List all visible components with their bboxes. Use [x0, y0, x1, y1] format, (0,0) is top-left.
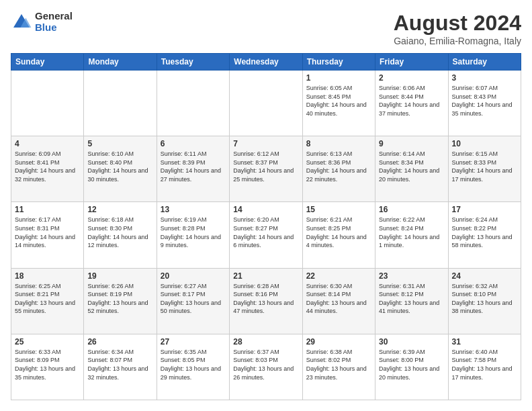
day-info: Sunrise: 6:19 AM Sunset: 8:28 PM Dayligh…: [161, 216, 226, 249]
day-number: 12: [87, 205, 152, 214]
day-cell: 22Sunrise: 6:30 AM Sunset: 8:14 PM Dayli…: [302, 268, 375, 334]
day-info: Sunrise: 6:13 AM Sunset: 8:36 PM Dayligh…: [306, 150, 371, 183]
week-row-4: 25Sunrise: 6:33 AM Sunset: 8:09 PM Dayli…: [11, 334, 521, 400]
day-number: 6: [161, 139, 226, 148]
day-info: Sunrise: 6:22 AM Sunset: 8:24 PM Dayligh…: [379, 216, 444, 249]
day-number: 18: [15, 271, 80, 281]
day-info: Sunrise: 6:10 AM Sunset: 8:40 PM Dayligh…: [87, 150, 152, 183]
week-row-2: 11Sunrise: 6:17 AM Sunset: 8:31 PM Dayli…: [11, 202, 521, 268]
day-cell: 8Sunrise: 6:13 AM Sunset: 8:36 PM Daylig…: [302, 136, 375, 202]
day-info: Sunrise: 6:40 AM Sunset: 7:58 PM Dayligh…: [452, 348, 517, 381]
header: General Blue August 2024 Gaiano, Emilia-…: [11, 11, 521, 46]
day-number: 8: [306, 139, 371, 148]
subtitle: Gaiano, Emilia-Romagna, Italy: [394, 36, 521, 46]
day-info: Sunrise: 6:33 AM Sunset: 8:09 PM Dayligh…: [15, 348, 80, 381]
day-number: 2: [379, 73, 444, 83]
day-number: 29: [306, 337, 371, 347]
day-info: Sunrise: 6:38 AM Sunset: 8:02 PM Dayligh…: [306, 348, 371, 381]
day-number: 14: [233, 205, 298, 214]
day-cell: 3Sunrise: 6:07 AM Sunset: 8:43 PM Daylig…: [448, 71, 521, 136]
day-info: Sunrise: 6:06 AM Sunset: 8:44 PM Dayligh…: [379, 84, 444, 118]
day-cell: [11, 71, 84, 136]
day-info: Sunrise: 6:31 AM Sunset: 8:12 PM Dayligh…: [379, 282, 444, 316]
day-cell: 31Sunrise: 6:40 AM Sunset: 7:58 PM Dayli…: [448, 334, 521, 400]
day-info: Sunrise: 6:34 AM Sunset: 8:07 PM Dayligh…: [87, 348, 152, 381]
day-number: 31: [452, 337, 517, 347]
day-cell: 21Sunrise: 6:28 AM Sunset: 8:16 PM Dayli…: [230, 268, 302, 334]
day-number: 9: [379, 139, 444, 148]
day-cell: 2Sunrise: 6:06 AM Sunset: 8:44 PM Daylig…: [375, 71, 448, 136]
day-number: 4: [15, 139, 80, 148]
day-info: Sunrise: 6:35 AM Sunset: 8:05 PM Dayligh…: [161, 348, 226, 381]
day-info: Sunrise: 6:25 AM Sunset: 8:21 PM Dayligh…: [15, 282, 80, 316]
day-cell: 13Sunrise: 6:19 AM Sunset: 8:28 PM Dayli…: [157, 202, 229, 268]
main-title: August 2024: [394, 11, 521, 36]
logo-blue: Blue: [35, 22, 73, 34]
day-info: Sunrise: 6:28 AM Sunset: 8:16 PM Dayligh…: [233, 282, 298, 316]
day-info: Sunrise: 6:37 AM Sunset: 8:03 PM Dayligh…: [233, 348, 298, 381]
page: General Blue August 2024 Gaiano, Emilia-…: [0, 0, 532, 411]
day-cell: 5Sunrise: 6:10 AM Sunset: 8:40 PM Daylig…: [84, 136, 157, 202]
day-info: Sunrise: 6:11 AM Sunset: 8:39 PM Dayligh…: [161, 150, 226, 183]
day-number: 28: [233, 337, 298, 347]
day-info: Sunrise: 6:21 AM Sunset: 8:25 PM Dayligh…: [306, 216, 371, 249]
day-cell: 4Sunrise: 6:09 AM Sunset: 8:41 PM Daylig…: [11, 136, 84, 202]
day-cell: 28Sunrise: 6:37 AM Sunset: 8:03 PM Dayli…: [230, 334, 302, 400]
day-cell: 23Sunrise: 6:31 AM Sunset: 8:12 PM Dayli…: [375, 268, 448, 334]
header-sunday: Sunday: [11, 54, 84, 71]
day-cell: 7Sunrise: 6:12 AM Sunset: 8:37 PM Daylig…: [230, 136, 302, 202]
day-cell: 15Sunrise: 6:21 AM Sunset: 8:25 PM Dayli…: [302, 202, 375, 268]
day-number: 1: [306, 73, 371, 83]
day-number: 16: [379, 205, 444, 214]
day-info: Sunrise: 6:17 AM Sunset: 8:31 PM Dayligh…: [15, 216, 80, 249]
day-number: 21: [233, 271, 298, 281]
day-cell: 18Sunrise: 6:25 AM Sunset: 8:21 PM Dayli…: [11, 268, 84, 334]
day-info: Sunrise: 6:05 AM Sunset: 8:45 PM Dayligh…: [306, 84, 371, 118]
day-info: Sunrise: 6:09 AM Sunset: 8:41 PM Dayligh…: [15, 150, 80, 183]
header-tuesday: Tuesday: [157, 54, 229, 71]
title-section: August 2024 Gaiano, Emilia-Romagna, Ital…: [394, 11, 521, 46]
day-number: 15: [306, 205, 371, 214]
day-cell: 24Sunrise: 6:32 AM Sunset: 8:10 PM Dayli…: [448, 268, 521, 334]
day-cell: 10Sunrise: 6:15 AM Sunset: 8:33 PM Dayli…: [448, 136, 521, 202]
day-number: 24: [452, 271, 517, 281]
day-number: 7: [233, 139, 298, 148]
day-info: Sunrise: 6:14 AM Sunset: 8:34 PM Dayligh…: [379, 150, 444, 183]
logo-text: General Blue: [35, 11, 73, 33]
day-cell: [84, 71, 157, 136]
day-info: Sunrise: 6:26 AM Sunset: 8:19 PM Dayligh…: [87, 282, 152, 316]
day-number: 11: [15, 205, 80, 214]
day-info: Sunrise: 6:12 AM Sunset: 8:37 PM Dayligh…: [233, 150, 298, 183]
day-info: Sunrise: 6:24 AM Sunset: 8:22 PM Dayligh…: [452, 216, 517, 249]
header-friday: Friday: [375, 54, 448, 71]
day-cell: 11Sunrise: 6:17 AM Sunset: 8:31 PM Dayli…: [11, 202, 84, 268]
logo: General Blue: [11, 11, 73, 33]
day-info: Sunrise: 6:39 AM Sunset: 8:00 PM Dayligh…: [379, 348, 444, 381]
day-cell: 26Sunrise: 6:34 AM Sunset: 8:07 PM Dayli…: [84, 334, 157, 400]
weekday-header-row: Sunday Monday Tuesday Wednesday Thursday…: [11, 54, 521, 71]
day-cell: 6Sunrise: 6:11 AM Sunset: 8:39 PM Daylig…: [157, 136, 229, 202]
day-number: 26: [87, 337, 152, 347]
day-info: Sunrise: 6:20 AM Sunset: 8:27 PM Dayligh…: [233, 216, 298, 249]
day-number: 22: [306, 271, 371, 281]
week-row-0: 1Sunrise: 6:05 AM Sunset: 8:45 PM Daylig…: [11, 71, 521, 136]
week-row-1: 4Sunrise: 6:09 AM Sunset: 8:41 PM Daylig…: [11, 136, 521, 202]
day-info: Sunrise: 6:18 AM Sunset: 8:30 PM Dayligh…: [87, 216, 152, 249]
day-number: 23: [379, 271, 444, 281]
logo-general: General: [35, 11, 73, 22]
day-cell: 9Sunrise: 6:14 AM Sunset: 8:34 PM Daylig…: [375, 136, 448, 202]
header-wednesday: Wednesday: [230, 54, 302, 71]
day-number: 5: [87, 139, 152, 148]
day-cell: 20Sunrise: 6:27 AM Sunset: 8:17 PM Dayli…: [157, 268, 229, 334]
day-number: 13: [161, 205, 226, 214]
day-number: 25: [15, 337, 80, 347]
day-number: 27: [161, 337, 226, 347]
day-cell: 27Sunrise: 6:35 AM Sunset: 8:05 PM Dayli…: [157, 334, 229, 400]
day-cell: 14Sunrise: 6:20 AM Sunset: 8:27 PM Dayli…: [230, 202, 302, 268]
logo-icon: [11, 11, 32, 33]
day-cell: 30Sunrise: 6:39 AM Sunset: 8:00 PM Dayli…: [375, 334, 448, 400]
day-info: Sunrise: 6:32 AM Sunset: 8:10 PM Dayligh…: [452, 282, 517, 316]
day-cell: 16Sunrise: 6:22 AM Sunset: 8:24 PM Dayli…: [375, 202, 448, 268]
calendar: Sunday Monday Tuesday Wednesday Thursday…: [11, 53, 521, 400]
day-number: 30: [379, 337, 444, 347]
